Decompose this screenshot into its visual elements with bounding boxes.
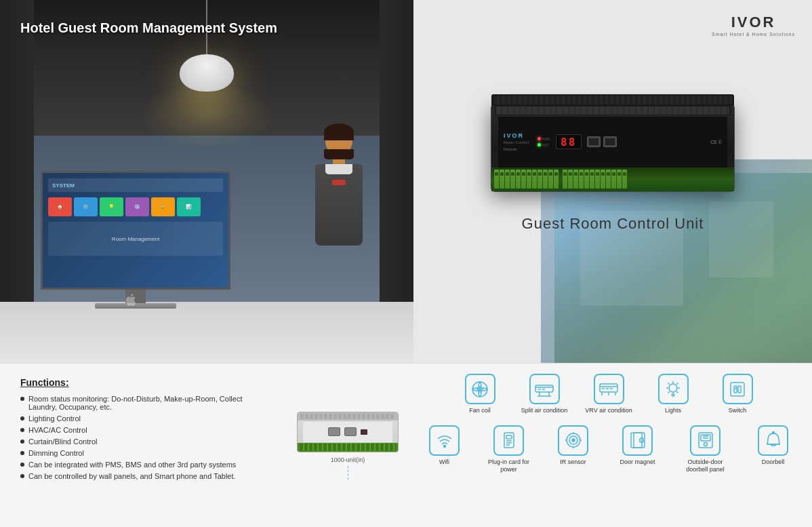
device-display: 88	[556, 134, 582, 149]
vrv-air-label: VRV air condition	[585, 407, 632, 415]
doorbell-panel-icon	[690, 425, 720, 456]
screen-tile: ❄️	[125, 197, 149, 216]
switch-icon	[723, 374, 753, 404]
monitor: SYSTEM 🏠 ⚙️ 💡 ❄️ 🔒 📊 Room Management	[41, 171, 230, 309]
split-air-icon	[529, 374, 560, 404]
left-panel: SYSTEM 🏠 ⚙️ 💡 ❄️ 🔒 📊 Room Management	[0, 0, 413, 363]
bullet-icon	[20, 440, 24, 444]
function-text: Can be controlled by wall panels, and Sm…	[28, 472, 236, 480]
svg-rect-9	[600, 384, 617, 392]
svg-point-17	[669, 384, 677, 392]
wifi-label: Wifi	[439, 458, 449, 467]
diagram-panel: 8 1000-unit(in)	[290, 364, 405, 527]
lights-icon	[658, 374, 689, 404]
icon-ir-sensor: IR sensor	[548, 425, 598, 474]
page-title: Hotel Guest Room Management System	[20, 20, 277, 36]
apple-logo	[124, 293, 138, 307]
receptionist	[305, 125, 373, 302]
icons-row-2: Wifi Plug-in card for power	[419, 425, 798, 474]
doorbell-label: Doorbell	[762, 458, 785, 467]
ir-sensor-icon	[558, 425, 588, 456]
wifi-icon	[429, 425, 460, 456]
bullet-icon	[20, 463, 24, 467]
bullet-icon	[20, 416, 24, 421]
svg-rect-45	[631, 433, 645, 448]
svg-rect-2	[535, 385, 553, 392]
device-title: Guest Room Control Unit	[522, 215, 704, 233]
icon-vrv-air: VRV air condition	[584, 374, 634, 415]
function-item: Lighting Control	[20, 414, 270, 423]
svg-rect-34	[506, 435, 512, 439]
icon-switch: Switch	[712, 374, 763, 415]
function-text: Dimming Control	[28, 449, 84, 457]
svg-line-25	[668, 391, 670, 393]
bullet-icon	[20, 474, 24, 478]
screen-logo-text: SYSTEM	[52, 182, 75, 189]
icon-door-magnet: Door magnet	[612, 425, 663, 474]
switch-label: Switch	[729, 407, 747, 415]
fan-coil-icon	[465, 374, 495, 404]
screen-tile: ⚙️	[74, 197, 98, 216]
doorbell-icon	[758, 425, 788, 456]
lights-label: Lights	[665, 407, 681, 415]
icon-split-air: Split air condition	[519, 374, 570, 415]
icon-wifi: Wifi	[419, 425, 470, 474]
svg-rect-46	[634, 433, 642, 448]
function-item: Can be integrated with PMS, BMS and othe…	[20, 461, 270, 469]
vrv-air-icon	[594, 374, 624, 404]
brand-subtitle: Smart Hotel & Home Solutions	[712, 32, 795, 37]
icon-doorbell-panel: Outside-door doorbell panel	[676, 425, 734, 474]
icon-doorbell: Doorbell	[748, 425, 798, 474]
functions-panel: Functions: Room status monitoring: Do-no…	[0, 364, 290, 527]
screen-tile: 🏠	[48, 197, 72, 216]
plug-in-card-label: Plug-in card for power	[483, 458, 534, 474]
svg-line-23	[676, 391, 678, 393]
top-section: SYSTEM 🏠 ⚙️ 💡 ❄️ 🔒 📊 Room Management	[0, 0, 812, 363]
brand-name: IVOR	[731, 14, 776, 31]
function-item: Can be controlled by wall panels, and Sm…	[20, 472, 270, 480]
screen-tile: 🔒	[151, 197, 175, 216]
bullet-icon	[20, 397, 24, 401]
function-item: Room status monitoring: Do-not-Disturb, …	[20, 395, 270, 411]
svg-rect-28	[731, 383, 744, 396]
svg-point-32	[443, 446, 445, 448]
device-brand: IVOR	[504, 132, 529, 139]
doorbell-panel-label: Outside-door doorbell panel	[676, 458, 734, 474]
device-container: IVOR Room Control Module PWR NET	[491, 104, 735, 233]
diagram-device: 8	[297, 412, 399, 452]
function-text: HVAC/AC Control	[28, 426, 87, 434]
svg-point-50	[704, 443, 707, 446]
function-item: HVAC/AC Control	[20, 426, 270, 434]
screen-tile: 💡	[100, 197, 123, 216]
function-text: Can be integrated with PMS, BMS and othe…	[28, 461, 236, 469]
function-item: Curtain/Blind Control	[20, 437, 270, 446]
ir-sensor-label: IR sensor	[560, 458, 586, 467]
ivor-logo: IVOR Smart Hotel & Home Solutions	[712, 14, 795, 37]
svg-point-40	[572, 439, 575, 442]
svg-line-22	[668, 383, 670, 384]
screen-status: Room Management	[112, 236, 159, 242]
diagram-label: 1000-unit(in)	[331, 456, 365, 463]
icon-fan-coil: Fan coil	[455, 374, 506, 415]
screen-tile: 📊	[177, 197, 201, 216]
function-item: Dimming Control	[20, 449, 270, 457]
svg-rect-30	[738, 386, 741, 393]
plug-in-card-icon	[493, 425, 524, 456]
device-image: IVOR Room Control Module PWR NET	[491, 104, 735, 192]
device-model: X-100C	[597, 197, 628, 205]
icon-lights: Lights	[648, 374, 699, 415]
icon-plug-in-card: Plug-in card for power	[483, 425, 534, 474]
fan-coil-label: Fan coil	[469, 407, 491, 415]
door-magnet-icon	[622, 425, 653, 456]
function-text: Curtain/Blind Control	[28, 437, 98, 446]
bottom-section: Functions: Room status monitoring: Do-no…	[0, 363, 812, 527]
right-panel: IVOR Smart Hotel & Home Solutions	[413, 0, 812, 363]
bullet-icon	[20, 428, 24, 432]
bullet-icon	[20, 451, 24, 455]
svg-line-24	[676, 383, 678, 384]
function-text: Lighting Control	[28, 414, 81, 423]
svg-point-56	[772, 432, 774, 434]
door-magnet-label: Door magnet	[620, 458, 655, 467]
icons-row-1: Fan coil Split air condition	[419, 374, 798, 415]
icons-panel: Fan coil Split air condition	[405, 364, 812, 527]
